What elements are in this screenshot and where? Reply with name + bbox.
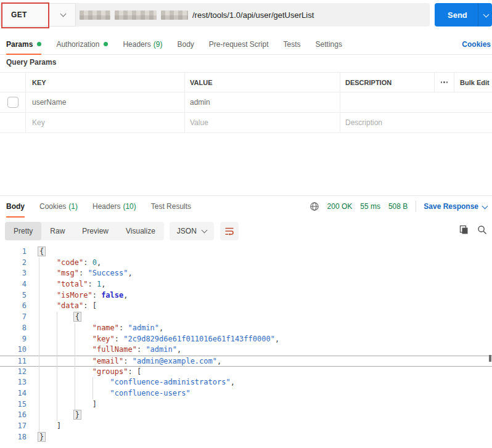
line-number: 1 (0, 246, 27, 258)
code-token: : (115, 335, 123, 343)
method-label: GET (11, 10, 27, 19)
code-token: : (88, 280, 96, 288)
copy-icon[interactable] (459, 225, 469, 235)
chevron-down-icon (482, 203, 488, 209)
table-header-row: KEY VALUE DESCRIPTION Bulk Edit (0, 72, 492, 92)
tab-authorization[interactable]: Authorization (56, 34, 108, 54)
code-token: : [ (128, 367, 141, 376)
scrollbar-thumb[interactable] (489, 355, 491, 362)
active-tab-underline (6, 216, 25, 218)
code-line-2: 2"code": 0, (0, 258, 492, 269)
code-token: "confluence-administrators" (110, 378, 231, 386)
chevron-down-icon (201, 227, 207, 234)
response-body-editor[interactable]: 1{2"code": 0,3"msg": "Success",4"total":… (0, 245, 492, 448)
tab-pre-request-script[interactable]: Pre-request Script (209, 34, 269, 54)
chevron-down-icon[interactable] (483, 11, 489, 17)
save-response-button[interactable]: Save Response (424, 202, 487, 211)
code-token: "name" (92, 324, 119, 332)
tab-body[interactable]: Body (177, 34, 194, 54)
row-checkbox[interactable] (7, 97, 18, 108)
param-value-input[interactable]: Value (185, 113, 340, 132)
code-line-16: 16} (0, 410, 492, 421)
code-token: , (275, 335, 279, 343)
line-number: 13 (0, 377, 27, 388)
line-number: 4 (0, 279, 27, 290)
line-number: 8 (0, 323, 27, 334)
method-url-group: GET /rest/tools/1.0/api/user/getUserList (0, 3, 430, 26)
globe-icon[interactable] (310, 202, 319, 211)
tab-test-results[interactable]: Test Results (151, 197, 191, 217)
code-token: "2c9d829d6e61f011016e61f143ff0000" (123, 335, 275, 343)
response-time[interactable]: 55 ms (360, 202, 380, 211)
format-selector[interactable]: JSON (170, 222, 214, 240)
send-label: Send (448, 10, 467, 20)
search-icon[interactable] (477, 225, 487, 235)
row-checkbox-cell (0, 92, 26, 112)
view-tab-raw[interactable]: Raw (41, 222, 73, 240)
code-token: , (217, 357, 221, 365)
bulk-edit-button[interactable]: Bulk Edit (454, 73, 492, 92)
param-placeholder-row: Key Value Description (0, 113, 492, 133)
view-mode-segment: Pretty Raw Preview Visualize (5, 222, 164, 240)
send-button[interactable]: Send (435, 3, 492, 26)
code-token: "email" (92, 357, 124, 365)
view-tab-visualize[interactable]: Visualize (117, 222, 164, 240)
code-line-8: 8"name": "admin", (0, 323, 492, 334)
url-input[interactable]: /rest/tools/1.0/api/user/getUserList (76, 3, 430, 26)
param-key-input[interactable]: userName (26, 92, 185, 112)
code-line-12: 12"groups": [ (0, 367, 492, 378)
code-token: "isMore" (57, 291, 92, 299)
tab-response-cookies[interactable]: Cookies (1) (39, 197, 78, 217)
line-number: 16 (0, 410, 27, 421)
method-selector[interactable]: GET (0, 3, 76, 26)
code-token: , (128, 269, 133, 277)
param-value-input[interactable]: admin (185, 92, 340, 112)
tab-response-body[interactable]: Body (6, 197, 25, 217)
view-tab-pretty[interactable]: Pretty (5, 222, 41, 240)
code-lines: 1{2"code": 0,3"msg": "Success",4"total":… (0, 245, 492, 442)
code-token: , (177, 345, 181, 354)
tab-count: (1) (68, 202, 78, 211)
param-description-input[interactable]: Description (340, 113, 492, 132)
code-token: { (38, 246, 46, 256)
line-number: 14 (0, 388, 27, 399)
tab-headers[interactable]: Headers (9) (123, 34, 162, 54)
code-line-4: 4"total": 1, (0, 279, 492, 290)
active-tab-underline (6, 54, 41, 55)
code-token: : (137, 345, 146, 354)
tab-label: Pre-request Script (209, 40, 269, 49)
response-view-toolbar: Pretty Raw Preview Visualize JSON (5, 222, 239, 240)
tab-label: Cookies (39, 202, 66, 211)
param-key-input[interactable]: Key (26, 113, 185, 132)
status-badge[interactable]: 200 OK (327, 202, 353, 211)
tab-label: Tests (284, 40, 301, 49)
indent-guide (75, 323, 75, 410)
text-wrap-button[interactable] (220, 222, 239, 240)
cookies-link[interactable]: Cookies (462, 34, 491, 54)
param-description-input[interactable] (340, 92, 492, 112)
code-token: } (38, 432, 46, 442)
view-tab-preview[interactable]: Preview (73, 222, 117, 240)
tab-settings[interactable]: Settings (316, 34, 342, 54)
code-token: "total" (57, 280, 88, 288)
green-dot-icon (104, 42, 108, 46)
tab-tests[interactable]: Tests (284, 34, 301, 54)
code-token: "Success" (88, 269, 128, 277)
code-line-6: 6"data": [ (0, 301, 492, 312)
code-token: "groups" (92, 367, 128, 376)
tab-label: Settings (316, 40, 342, 49)
format-label: JSON (177, 227, 197, 235)
redacted-url-segment (161, 10, 188, 20)
line-number: 10 (0, 344, 27, 356)
response-size[interactable]: 508 B (388, 202, 408, 211)
code-token: ] (57, 422, 61, 430)
code-token: false (101, 291, 123, 299)
line-number: 3 (0, 268, 27, 279)
more-options-icon[interactable] (435, 73, 454, 92)
response-meta: 200 OK 55 ms 508 B Save Response (310, 196, 487, 217)
line-number: 11 (0, 356, 27, 366)
tab-params[interactable]: Params (6, 34, 41, 54)
tab-label: Authorization (56, 40, 99, 49)
tab-response-headers[interactable]: Headers (10) (92, 197, 136, 217)
tab-count: (10) (123, 202, 136, 211)
